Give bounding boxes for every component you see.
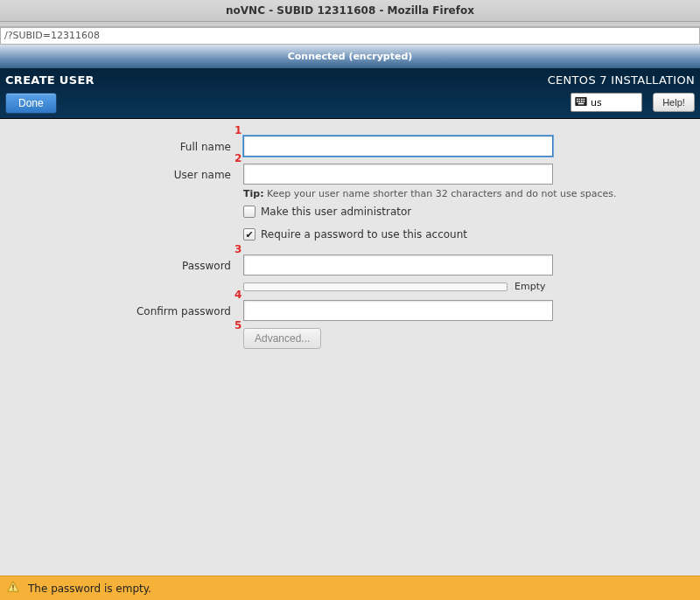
password-strength-bar	[243, 283, 508, 291]
password-strength-label: Empty	[514, 281, 545, 292]
vnc-status-text: Connected (encrypted)	[288, 51, 413, 62]
password-label: Password	[0, 255, 231, 277]
svg-rect-8	[584, 101, 585, 102]
admin-checkbox-row[interactable]: Make this user administrator	[243, 206, 411, 218]
full-name-input[interactable]	[243, 136, 553, 157]
password-strength-row: Empty	[243, 281, 545, 292]
svg-rect-9	[578, 102, 584, 104]
warning-bar: The password is empty.	[0, 576, 700, 600]
confirm-password-label: Confirm password	[0, 300, 231, 323]
browser-titlebar: noVNC - SUBID 12311608 - Mozilla Firefox	[0, 0, 700, 22]
annotation-4: 4	[234, 289, 242, 301]
tip-prefix: Tip:	[243, 188, 264, 199]
full-name-label: Full name	[0, 136, 231, 158]
page-title: CREATE USER	[5, 73, 94, 87]
svg-rect-6	[579, 101, 581, 102]
vnc-status-bar: Connected (encrypted)	[0, 45, 700, 68]
create-user-form: Full name 1 User name 2 Tip: Keep your u…	[0, 120, 700, 576]
keyboard-layout-text: us	[591, 97, 602, 108]
keyboard-icon	[575, 97, 587, 108]
url-bar[interactable]: /?SUBID=12311608	[0, 27, 700, 45]
user-name-label: User name	[0, 164, 231, 186]
svg-rect-2	[579, 98, 581, 100]
require-password-label: Require a password to use this account	[261, 228, 467, 241]
password-input[interactable]	[243, 255, 553, 276]
annotation-2: 2	[234, 152, 242, 164]
done-button[interactable]: Done	[5, 93, 57, 114]
svg-rect-3	[581, 98, 583, 100]
user-name-input[interactable]	[243, 164, 553, 185]
svg-rect-7	[581, 101, 583, 102]
admin-checkbox-label: Make this user administrator	[261, 206, 411, 218]
warning-icon	[7, 581, 19, 596]
tip-text: Keep your user name shorter than 32 char…	[264, 188, 617, 199]
annotation-3: 3	[234, 243, 242, 255]
browser-title-text: noVNC - SUBID 12311608 - Mozilla Firefox	[226, 4, 474, 17]
confirm-password-input[interactable]	[243, 300, 553, 321]
svg-rect-5	[577, 101, 578, 102]
svg-rect-4	[584, 98, 585, 100]
admin-checkbox[interactable]	[243, 206, 256, 218]
url-text: /?SUBID=12311608	[4, 30, 100, 41]
svg-rect-1	[577, 98, 578, 100]
advanced-button[interactable]: Advanced...	[243, 328, 321, 349]
annotation-5: 5	[234, 319, 242, 331]
keyboard-layout-indicator[interactable]: us	[570, 93, 642, 112]
svg-rect-11	[12, 590, 13, 590]
require-password-checkbox[interactable]: ✔	[243, 228, 256, 241]
warning-text: The password is empty.	[28, 583, 151, 595]
require-password-row[interactable]: ✔ Require a password to use this account	[243, 228, 467, 241]
anaconda-header: CREATE USER Done CENTOS 7 INSTALLATION u…	[0, 68, 700, 119]
help-button[interactable]: Help!	[653, 93, 695, 112]
svg-rect-10	[12, 584, 13, 588]
username-tip: Tip: Keep your user name shorter than 32…	[243, 188, 616, 199]
installation-title: CENTOS 7 INSTALLATION	[548, 73, 695, 87]
annotation-1: 1	[234, 124, 242, 136]
